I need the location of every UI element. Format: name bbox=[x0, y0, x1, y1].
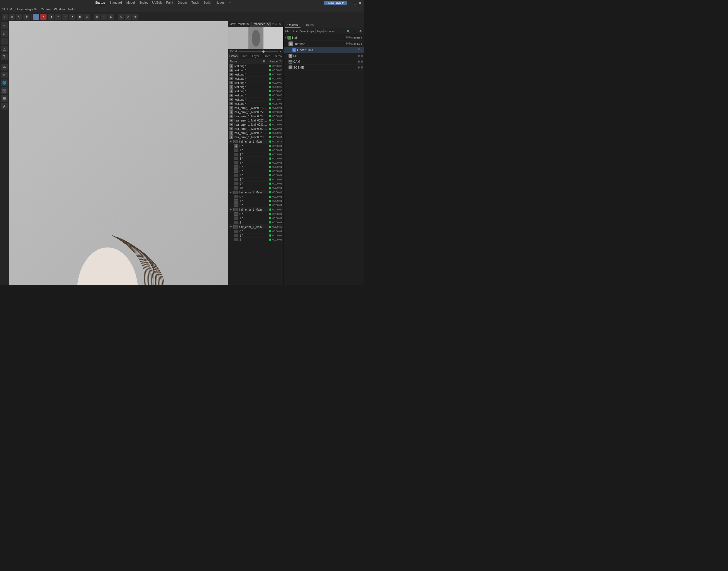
shape2-icon[interactable]: ● bbox=[69, 14, 76, 20]
view-icon[interactable]: View bbox=[301, 29, 306, 34]
zoom-slider[interactable] bbox=[239, 51, 278, 52]
tab-filter[interactable]: Filter bbox=[261, 53, 272, 59]
tab-info[interactable]: Info bbox=[239, 53, 250, 59]
history-group-3[interactable]: ▼ hair_error_1_Main 00:00:04 bbox=[229, 207, 283, 212]
close-icon[interactable]: ✕ bbox=[358, 1, 362, 5]
tri-tool[interactable]: △ bbox=[118, 14, 124, 20]
history-child-item[interactable]: 1 * 00:00:01 bbox=[229, 234, 283, 238]
sun-icon[interactable]: ☀ bbox=[55, 14, 61, 20]
tab-standard[interactable]: Standard bbox=[110, 1, 122, 5]
history-child-item[interactable]: 10 * 00:00:01 bbox=[229, 186, 283, 190]
menu-octane[interactable]: Octane bbox=[41, 8, 50, 11]
edit-icon[interactable]: Edit bbox=[293, 29, 298, 34]
history-child-item[interactable]: 5 * 00:00:01 bbox=[229, 165, 283, 169]
history-group-4[interactable]: ▼ hair_error_1_Main 00:00:36 bbox=[229, 225, 283, 229]
sidebar-globe[interactable]: 🌐 bbox=[1, 80, 8, 86]
history-group[interactable]: ▼ hair_error_1_Main 00:00:13 bbox=[229, 139, 283, 144]
sidebar-square[interactable]: □ bbox=[1, 30, 8, 37]
sidebar-brush[interactable]: ✏ bbox=[1, 72, 8, 78]
new-layouts-button[interactable]: + New Layouts bbox=[324, 1, 346, 5]
sidebar-triangle[interactable]: △ bbox=[1, 46, 8, 52]
tree-item-linearfield[interactable]: ⊞ Linear Field ✓ bbox=[284, 47, 364, 53]
sidebar-text[interactable]: T bbox=[1, 53, 8, 60]
history-item[interactable]: ▣ test.png * 00:00:00 bbox=[229, 89, 283, 93]
menu-ydium[interactable]: YDIUM bbox=[2, 8, 12, 11]
maximize-icon[interactable]: □ bbox=[354, 1, 356, 5]
delete-tool[interactable]: ✕ bbox=[101, 14, 107, 20]
sidebar-camera[interactable]: 📷 bbox=[1, 87, 8, 94]
menu-greyscale[interactable]: Greyscalegorilla bbox=[15, 8, 37, 11]
tab-stereo[interactable]: Stereo bbox=[272, 53, 283, 59]
history-item[interactable]: ▣ test.png * 00:00:00 bbox=[229, 85, 283, 89]
tab-script[interactable]: Script bbox=[203, 1, 211, 5]
sidebar-target[interactable]: ⊕ bbox=[1, 64, 8, 71]
history-item[interactable]: ▣ hair_error_1_Main0031.png 00:00:01 bbox=[229, 123, 283, 127]
tree-item-cam[interactable]: 📷 CAM bbox=[284, 59, 364, 65]
history-item[interactable]: ▣ test.png * 00:00:00 bbox=[229, 77, 283, 81]
history-item[interactable]: ▣ test.png * 00:00:00 bbox=[229, 81, 283, 85]
history-group-2[interactable]: ▼ hair_error_1_Main 00:00:04 bbox=[229, 190, 283, 195]
sidebar-paint[interactable]: 🖌 bbox=[1, 103, 8, 110]
tree-item-lit[interactable]: ☀ LIT bbox=[284, 53, 364, 59]
history-child-item[interactable]: 2 * 00:00:01 bbox=[229, 203, 283, 207]
vt-icon2[interactable]: ✏ bbox=[275, 23, 277, 26]
sidebar-move[interactable]: ⊞ bbox=[1, 95, 8, 102]
history-child-item[interactable]: 2 00:00:01 bbox=[229, 238, 283, 242]
group-tool[interactable]: ⊡ bbox=[108, 14, 114, 20]
tab-paint[interactable]: Paint bbox=[166, 1, 173, 5]
history-item[interactable]: ▣ hair_error_1_Main0020.png 00:00:01 bbox=[229, 135, 283, 139]
tree-item-scene[interactable]: ⊡ SCENE bbox=[284, 65, 364, 71]
history-item[interactable]: ▣ test.png * 00:00:00 bbox=[229, 93, 283, 98]
history-item[interactable]: ▣ test.png * 00:00:00 bbox=[229, 98, 283, 102]
history-child-item[interactable]: 9 * 00:00:01 bbox=[229, 182, 283, 186]
search-icon[interactable]: 🔍 bbox=[346, 29, 351, 34]
history-child-item[interactable]: 8 * 00:00:01 bbox=[229, 178, 283, 182]
minimize-icon[interactable]: ─ bbox=[349, 1, 352, 5]
tab-startup[interactable]: Startup bbox=[95, 1, 105, 5]
history-item[interactable]: ▣ hair_error_1_Main0027.png 00:00:01 bbox=[229, 118, 283, 123]
file-icon[interactable]: File bbox=[285, 29, 290, 34]
tab-history[interactable]: History bbox=[229, 53, 239, 59]
rotate-tool[interactable]: ↻ bbox=[16, 14, 22, 20]
home-icon[interactable]: ⌂ bbox=[352, 29, 357, 34]
history-item[interactable]: ▣ test.png * 00:00:00 bbox=[229, 68, 283, 73]
arrow-tool[interactable]: ↙ bbox=[125, 14, 131, 20]
shape4-icon[interactable]: ⊙ bbox=[84, 14, 90, 20]
quad-tool[interactable]: ⊛ bbox=[132, 14, 138, 20]
history-child-item[interactable]: 7 * 00:00:01 bbox=[229, 173, 283, 178]
history-item[interactable]: ▣ hair_error_1_Main0015.png 00:00:01 bbox=[229, 106, 283, 110]
render-icon[interactable]: ● bbox=[40, 14, 46, 20]
history-child-item[interactable]: 0 * 00:00:01 bbox=[229, 229, 283, 234]
history-child-item[interactable]: 0 * 00:00:01 bbox=[229, 195, 283, 199]
select-all[interactable]: ⊞ bbox=[94, 14, 100, 20]
tab-layer[interactable]: Layer bbox=[250, 53, 261, 59]
view-transform-select[interactable]: Embedded bbox=[250, 22, 271, 26]
object-icon[interactable]: Object bbox=[309, 29, 314, 34]
history-item[interactable]: ▣ hair_error_1_Main0022.png 00:00:01 bbox=[229, 110, 283, 114]
shape1-icon[interactable]: ○ bbox=[62, 14, 68, 20]
vt-settings[interactable]: ⚙ bbox=[279, 23, 281, 26]
history-child-item[interactable]: ▣ 0 * 00:00:01 bbox=[229, 144, 283, 148]
tab-takes[interactable]: Takes bbox=[303, 22, 316, 28]
tab-objects[interactable]: Objects bbox=[285, 22, 300, 28]
tab-uvedit[interactable]: UVEdit bbox=[152, 1, 161, 5]
shape3-icon[interactable]: ▣ bbox=[77, 14, 83, 20]
history-child-item[interactable]: 2 00:00:01 bbox=[229, 220, 283, 225]
vt-icon1[interactable]: ⊞ bbox=[272, 23, 274, 26]
history-child-item[interactable]: 4 * 00:00:01 bbox=[229, 161, 283, 165]
bookmarks-icon[interactable]: Bookmarks bbox=[325, 29, 330, 34]
scale-tool[interactable]: ⊕ bbox=[9, 14, 15, 20]
tab-model[interactable]: Model bbox=[126, 1, 135, 5]
history-item[interactable]: ▣ test.png * 00:00:00 bbox=[229, 64, 283, 68]
settings-icon[interactable]: ⚙ bbox=[23, 14, 29, 20]
history-item[interactable]: ▣ hair_error_1_Main0002.png 00:00:01 bbox=[229, 127, 283, 131]
menu-window[interactable]: Window bbox=[54, 8, 65, 11]
move-tool[interactable]: ↕ bbox=[2, 14, 8, 20]
history-child-item[interactable]: 1 * 00:00:01 bbox=[229, 199, 283, 203]
history-child-item[interactable]: 1 * 00:00:01 bbox=[229, 148, 283, 152]
add-layout-icon[interactable]: + bbox=[229, 1, 231, 5]
render2-icon[interactable]: ◑ bbox=[48, 14, 54, 20]
history-item[interactable]: ▣ test.png * 00:00:00 bbox=[229, 73, 283, 77]
tab-track[interactable]: Track bbox=[191, 1, 199, 5]
tree-item-remesh[interactable]: ▣ Remesh ⊞▣◀▲▲ bbox=[284, 41, 364, 47]
